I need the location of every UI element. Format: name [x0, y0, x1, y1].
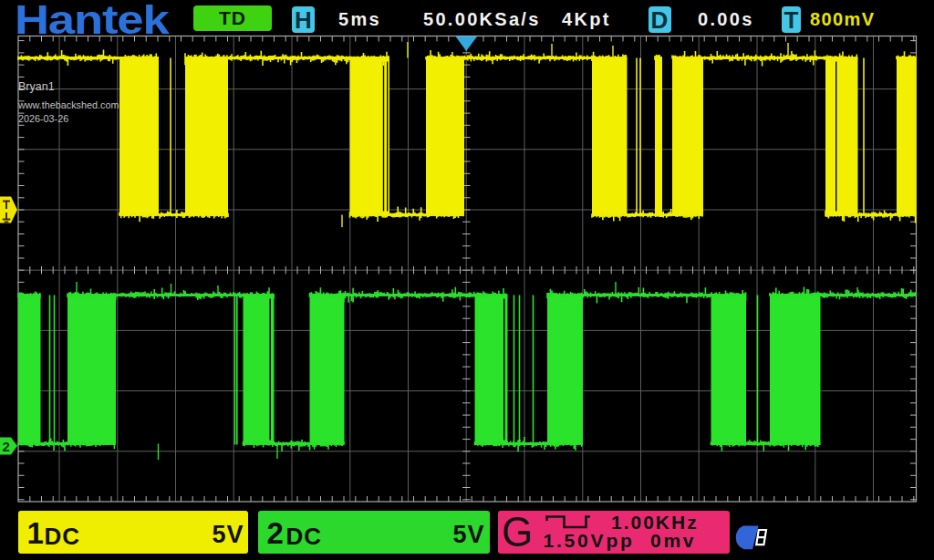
- svg-text:2: 2: [3, 439, 10, 454]
